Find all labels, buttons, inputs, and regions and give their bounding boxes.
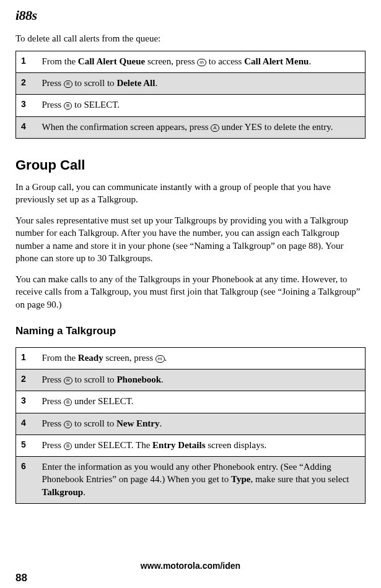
- intro-text: To delete all call alerts from the queue…: [15, 32, 366, 45]
- softkey-icon: B: [64, 102, 72, 110]
- nav-icon: S: [64, 421, 72, 428]
- softkey-icon: A: [211, 124, 219, 132]
- table-row: 3 Press B to SELECT.: [16, 95, 366, 116]
- page-number: 88: [15, 571, 27, 586]
- softkey-icon: B: [64, 399, 72, 406]
- steps-table-1: 1 From the Call Alert Queue screen, pres…: [15, 51, 366, 139]
- step-text: Press B under SELECT. The Entry Details …: [37, 435, 366, 456]
- menu-icon: m: [155, 355, 165, 363]
- step-number: 4: [16, 413, 37, 435]
- steps-table-2: 1 From the Ready screen, press m. 2 Pres…: [15, 347, 366, 504]
- body-paragraph: You can make calls to any of the Talkgro…: [15, 273, 366, 311]
- model-label: i88s: [15, 7, 37, 23]
- step-text: When the confirmation screen appears, pr…: [37, 116, 366, 138]
- step-text: Press S to scroll to New Entry.: [37, 413, 366, 435]
- page-header: i88s: [15, 6, 366, 25]
- nav-icon: R: [64, 80, 72, 88]
- table-row: 3 Press B under SELECT.: [16, 391, 366, 413]
- step-text: From the Call Alert Queue screen, press …: [37, 51, 366, 72]
- step-number: 6: [16, 457, 37, 504]
- step-text: Press B to SELECT.: [37, 95, 366, 116]
- softkey-icon: B: [64, 443, 72, 450]
- step-number: 1: [16, 51, 37, 72]
- table-row: 1 From the Call Alert Queue screen, pres…: [16, 51, 366, 72]
- nav-icon: R: [64, 377, 72, 384]
- body-paragraph: In a Group call, you can communicate ins…: [15, 181, 366, 206]
- table-row: 4 Press S to scroll to New Entry.: [16, 413, 366, 435]
- body-paragraph: Your sales representative must set up yo…: [15, 214, 366, 264]
- step-text: Press R to scroll to Delete All.: [37, 73, 366, 95]
- step-number: 2: [16, 73, 37, 95]
- step-text: Press R to scroll to Phonebook.: [37, 370, 366, 391]
- step-number: 2: [16, 370, 37, 391]
- step-text: Enter the information as you would any o…: [37, 457, 366, 504]
- table-row: 6 Enter the information as you would any…: [16, 457, 366, 504]
- step-text: From the Ready screen, press m.: [37, 347, 366, 369]
- table-row: 4 When the confirmation screen appears, …: [16, 116, 366, 138]
- menu-icon: m: [197, 59, 206, 66]
- table-row: 2 Press R to scroll to Delete All.: [16, 73, 366, 95]
- step-text: Press B under SELECT.: [37, 391, 366, 413]
- table-row: 5 Press B under SELECT. The Entry Detail…: [16, 435, 366, 456]
- step-number: 1: [16, 347, 37, 369]
- table-row: 1 From the Ready screen, press m.: [16, 347, 366, 369]
- footer-url: www.motorola.com/iden: [0, 560, 381, 572]
- step-number: 3: [16, 391, 37, 413]
- subsection-heading: Naming a Talkgroup: [15, 324, 366, 339]
- table-row: 2 Press R to scroll to Phonebook.: [16, 370, 366, 391]
- step-number: 5: [16, 435, 37, 456]
- section-heading: Group Call: [15, 156, 366, 175]
- step-number: 4: [16, 116, 37, 138]
- step-number: 3: [16, 95, 37, 116]
